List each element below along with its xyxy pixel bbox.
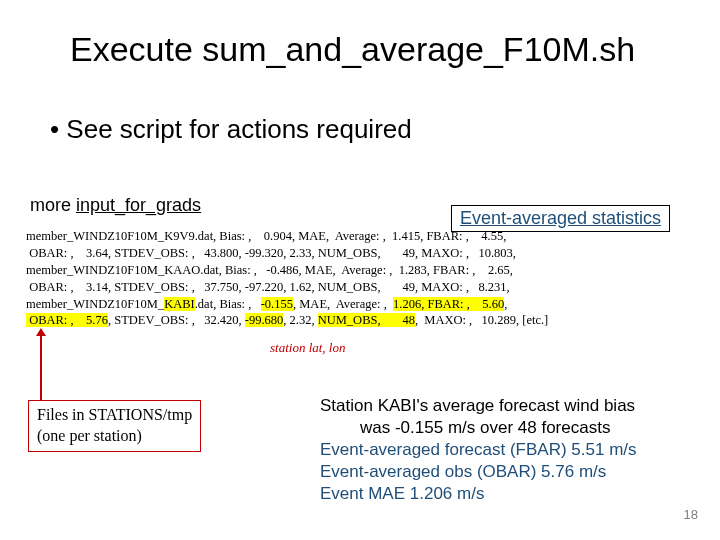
files-box: Files in STATIONS/tmp (one per station) [28,400,201,452]
label-event-averaged: Event-averaged statistics [451,205,670,232]
stats-line: .dat, Bias: , [195,297,261,311]
stats-obar-label: OBAR: , [26,313,86,327]
stats-line: , 2.32, [283,313,317,327]
stats-line: member_WINDZ10F10M_K9V9.dat, Bias: , 0.9… [26,229,506,243]
stats-avg: 1.206, [393,297,424,311]
stats-fbar: 5.60 [482,297,504,311]
title-prefix: Execute [70,30,202,68]
summary-line3: Event-averaged forecast (FBAR) 5.51 m/s [320,439,637,461]
slide-container: Execute sum_and_average_F10M.sh See scri… [0,0,720,540]
stats-bias: -0.155 [261,297,293,311]
label-input-file: input_for_grads [76,195,201,215]
stats-block: member_WINDZ10F10M_K9V9.dat, Bias: , 0.9… [26,228,680,329]
arrow-icon [40,335,42,400]
stats-numobs: NUM_OBS, 48 [318,313,415,327]
stats-line: , MAE, Average: , [293,297,393,311]
files-box-line2: (one per station) [37,426,192,447]
stats-line: OBAR: , 3.64, STDEV_OBS: , 43.800, -99.3… [26,246,516,260]
bullet-see-script: See script for actions required [50,114,680,145]
summary-line1: Station KABI's average forecast wind bia… [320,395,637,417]
stats-kabi: KABI [164,297,195,311]
stats-lon: -99.680 [245,313,284,327]
title-script-name: sum_and_average_F10M.sh [202,30,635,68]
files-box-line1: Files in STATIONS/tmp [37,405,192,426]
stats-obar: 5.76 [86,313,108,327]
stats-line: , [504,297,507,311]
stats-fbar-label: FBAR: , [424,297,482,311]
summary-line5: Event MAE 1.206 m/s [320,483,637,505]
summary-line4: Event-averaged obs (OBAR) 5.76 m/s [320,461,637,483]
stats-line: member_WINDZ10F10M_ [26,297,164,311]
slide-title: Execute sum_and_average_F10M.sh [70,30,680,69]
label-more-prefix: more [30,195,76,215]
label-station-latlon: station lat, lon [270,340,345,356]
slide-number: 18 [684,507,698,522]
stats-line: OBAR: , 3.14, STDEV_OBS: , 37.750, -97.2… [26,280,510,294]
summary-line2: was -0.155 m/s over 48 forecasts [360,417,637,439]
summary-block: Station KABI's average forecast wind bia… [320,395,637,505]
stats-line: , MAXO: , 10.289, [etc.] [415,313,548,327]
stats-line: member_WINDZ10F10M_KAAO.dat, Bias: , -0.… [26,263,513,277]
stats-line: , STDEV_OBS: , 32.420, [108,313,245,327]
